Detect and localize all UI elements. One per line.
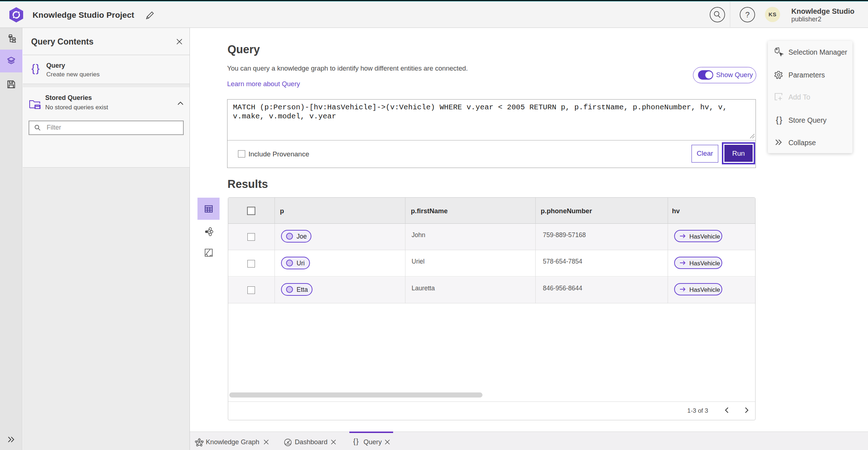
- svg-text:?: ?: [745, 10, 749, 19]
